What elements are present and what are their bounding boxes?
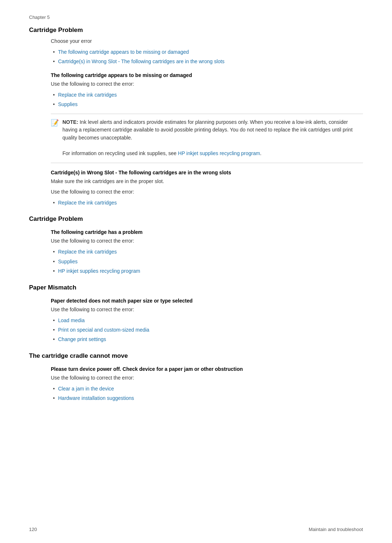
- list-item: Supplies: [51, 100, 363, 108]
- link-supplies-2[interactable]: Supplies: [58, 259, 78, 264]
- cradle-block: Please turn device power off. Check devi…: [29, 366, 363, 402]
- section-intro-block: Choose your error The following cartridg…: [29, 37, 363, 207]
- page-number: 120: [29, 527, 37, 532]
- footer-section-label: Maintain and troubleshoot: [309, 527, 363, 532]
- cradle-link-list: Clear a jam in the device Hardware insta…: [51, 385, 363, 402]
- paper-mismatch-link-list: Load media Print on special and custom-s…: [51, 316, 363, 344]
- sub-title-wrong-slot: Cartridge(s) in Wrong Slot - The followi…: [51, 170, 363, 175]
- cartridge-has-problem-block: The following cartridge has a problem Us…: [29, 229, 363, 275]
- note-icon: 📝: [51, 119, 59, 158]
- list-item: HP inkjet supplies recycling program: [51, 267, 363, 275]
- link-recycling-program[interactable]: HP inkjet supplies recycling program: [58, 268, 140, 274]
- section-title-paper-mismatch: Paper Mismatch: [29, 284, 363, 291]
- link-replace-cartridges-1[interactable]: Replace the ink cartridges: [58, 92, 117, 98]
- toc-link-list: The following cartridge appears to be mi…: [51, 48, 363, 66]
- note-content: NOTE: Ink level alerts and indicators pr…: [62, 118, 363, 158]
- list-item: Supplies: [51, 258, 363, 266]
- note-extra-text: For information on recycling used ink su…: [62, 150, 178, 156]
- use-following-text-2: Use the following to correct the error:: [51, 188, 363, 196]
- link-clear-jam[interactable]: Clear a jam in the device: [58, 386, 114, 392]
- link-replace-cartridges-3[interactable]: Replace the ink cartridges: [58, 249, 117, 255]
- sub-title-cradle: Please turn device power off. Check devi…: [51, 366, 363, 372]
- wrong-slot-link-list: Replace the ink cartridges: [51, 199, 363, 207]
- note-label: NOTE:: [62, 119, 78, 125]
- note-recycling-link[interactable]: HP inkjet supplies recycling program: [178, 150, 260, 156]
- link-print-special[interactable]: Print on special and custom-sized media: [58, 327, 149, 333]
- link-supplies-1[interactable]: Supplies: [58, 101, 78, 107]
- missing-damaged-link-list: Replace the ink cartridges Supplies: [51, 91, 363, 109]
- section-cartridge-problem-2: Cartridge Problem The following cartridg…: [29, 215, 363, 275]
- has-problem-link-list: Replace the ink cartridges Supplies HP i…: [51, 248, 363, 275]
- link-load-media[interactable]: Load media: [58, 317, 85, 323]
- note-box: 📝 NOTE: Ink level alerts and indicators …: [51, 114, 363, 163]
- list-item: Replace the ink cartridges: [51, 199, 363, 207]
- use-following-text-1: Use the following to correct the error:: [51, 80, 363, 88]
- use-following-text-4: Use the following to correct the error:: [51, 306, 363, 313]
- list-item: Load media: [51, 316, 363, 324]
- link-change-print-settings[interactable]: Change print settings: [58, 336, 106, 342]
- list-item: Replace the ink cartridges: [51, 91, 363, 99]
- toc-link-missing-damaged[interactable]: The following cartridge appears to be mi…: [58, 49, 189, 55]
- list-item: Replace the ink cartridges: [51, 248, 363, 256]
- wrong-slot-body1: Make sure the ink cartridges are in the …: [51, 178, 363, 185]
- list-item: Cartridge(s) in Wrong Slot - The followi…: [51, 57, 363, 65]
- toc-link-wrong-slot[interactable]: Cartridge(s) in Wrong Slot - The followi…: [58, 58, 225, 64]
- list-item: Hardware installation suggestions: [51, 394, 363, 402]
- section-title-cartridge-problem-2: Cartridge Problem: [29, 215, 363, 223]
- note-body-text: Ink level alerts and indicators provide …: [62, 119, 352, 141]
- link-replace-cartridges-2[interactable]: Replace the ink cartridges: [58, 200, 117, 206]
- use-following-text-3: Use the following to correct the error:: [51, 237, 363, 245]
- paper-mismatch-block: Paper detected does not match paper size…: [29, 298, 363, 344]
- list-item: The following cartridge appears to be mi…: [51, 48, 363, 56]
- link-hardware-install[interactable]: Hardware installation suggestions: [58, 395, 134, 401]
- list-item: Print on special and custom-sized media: [51, 326, 363, 334]
- list-item: Clear a jam in the device: [51, 385, 363, 393]
- use-following-text-5: Use the following to correct the error:: [51, 374, 363, 382]
- sub-title-missing-damaged: The following cartridge appears to be mi…: [51, 72, 363, 78]
- note-extra-end: .: [260, 150, 261, 156]
- sub-title-paper-mismatch: Paper detected does not match paper size…: [51, 298, 363, 304]
- section-title-cartridge-problem-1: Cartridge Problem: [29, 27, 363, 34]
- list-item: Change print settings: [51, 335, 363, 343]
- chapter-label: Chapter 5: [29, 15, 363, 20]
- choose-error-text: Choose your error: [51, 37, 363, 45]
- section-cartridge-problem-1: Cartridge Problem Choose your error The …: [29, 27, 363, 207]
- section-cartridge-cradle: The cartridge cradle cannot move Please …: [29, 352, 363, 402]
- section-title-cartridge-cradle: The cartridge cradle cannot move: [29, 352, 363, 360]
- section-paper-mismatch: Paper Mismatch Paper detected does not m…: [29, 284, 363, 344]
- page-footer: 120 Maintain and troubleshoot: [0, 527, 392, 532]
- sub-title-has-problem: The following cartridge has a problem: [51, 229, 363, 235]
